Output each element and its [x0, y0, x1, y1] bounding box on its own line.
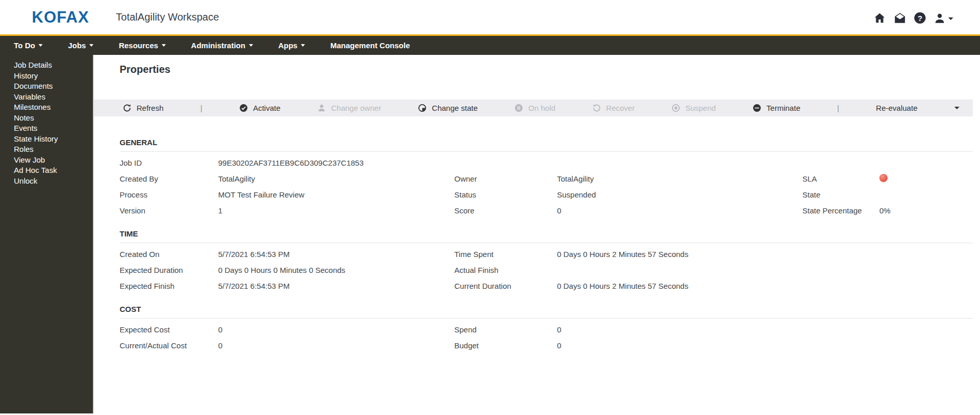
caret-down-icon — [89, 44, 93, 47]
sidebar-item-job-details[interactable]: Job Details — [14, 60, 93, 71]
field-value: 0 Days 0 Hours 2 Minutes 57 Seconds — [557, 278, 802, 294]
section-cost: COST Expected Cost 0 Spend 0 Current/Act… — [120, 305, 973, 353]
field-value — [879, 187, 973, 203]
field-value: 99E30202AF3711EB9C6D309C237C1853 — [218, 155, 454, 171]
app-title: TotalAgility Workspace — [116, 11, 219, 23]
field-value: 0 — [557, 203, 802, 219]
section-heading: GENERAL — [120, 138, 973, 152]
field-value: 0 — [557, 338, 802, 353]
user-icon — [934, 12, 946, 24]
field-value: Suspended — [557, 187, 802, 203]
toolbar-more-caret-icon[interactable] — [954, 107, 959, 109]
general-grid: Job ID 99E30202AF3711EB9C6D309C237C1853 … — [120, 152, 973, 219]
properties-sections: GENERAL Job ID 99E30202AF3711EB9C6D309C2… — [94, 138, 980, 353]
field-label: Process — [120, 187, 218, 203]
field-label: Actual Finish — [454, 262, 557, 278]
sidebar-item-unlock[interactable]: Unlock — [14, 176, 93, 187]
page-title: Properties — [94, 55, 980, 75]
field-label: Created By — [120, 171, 218, 187]
sidebar-item-variables[interactable]: Variables — [14, 92, 93, 103]
sidebar-item-view-job[interactable]: View Job — [14, 155, 93, 166]
field-label: Score — [454, 203, 557, 219]
change-state-button[interactable]: Change state — [418, 104, 477, 112]
field-label: Expected Duration — [120, 262, 218, 278]
suspend-button[interactable]: Suspend — [671, 104, 716, 112]
nav-item-apps[interactable]: Apps — [278, 41, 305, 50]
check-circle-icon — [239, 104, 248, 112]
field-value: 0% — [879, 203, 973, 219]
sidebar-item-roles[interactable]: Roles — [14, 144, 93, 155]
section-general: GENERAL Job ID 99E30202AF3711EB9C6D309C2… — [120, 138, 973, 219]
field-value: TotalAgility — [218, 171, 454, 187]
sidebar: Job Details History Documents Variables … — [0, 55, 94, 413]
home-icon[interactable] — [873, 12, 886, 24]
field-value: TotalAgility — [557, 171, 802, 187]
sidebar-item-history[interactable]: History — [14, 71, 93, 82]
field-label: Time Spent — [454, 246, 557, 262]
field-value: 0 — [218, 322, 454, 338]
field-value: 5/7/2021 6:54:53 PM — [218, 278, 454, 294]
field-value: 0 Days 0 Hours 0 Minutes 0 Seconds — [218, 262, 454, 278]
nav-item-todo[interactable]: To Do — [14, 41, 43, 50]
field-value: 0 — [557, 322, 802, 338]
undo-icon — [592, 104, 601, 112]
header-icons: ? — [873, 0, 953, 36]
help-icon[interactable]: ? — [914, 12, 926, 24]
sidebar-item-ad-hoc-task[interactable]: Ad Hoc Task — [14, 165, 93, 176]
sidebar-item-events[interactable]: Events — [14, 123, 93, 134]
section-time: TIME Created On 5/7/2021 6:54:53 PM Time… — [120, 229, 973, 294]
minus-circle-icon — [753, 104, 761, 112]
field-label: State — [802, 187, 879, 203]
change-owner-button[interactable]: Change owner — [317, 104, 381, 112]
caret-down-icon — [249, 44, 253, 47]
field-value: 0 — [218, 338, 454, 353]
state-circle-icon — [418, 104, 427, 112]
field-value: 1 — [218, 203, 454, 219]
mail-icon[interactable] — [894, 12, 906, 24]
record-circle-icon — [671, 104, 680, 112]
sidebar-item-documents[interactable]: Documents — [14, 81, 93, 92]
sidebar-item-notes[interactable]: Notes — [14, 113, 93, 124]
section-heading: COST — [120, 305, 973, 319]
field-label: Job ID — [120, 155, 218, 171]
sla-value — [879, 171, 973, 187]
nav-item-resources[interactable]: Resources — [119, 41, 166, 50]
kofax-logo: KOFAX — [32, 8, 89, 27]
re-evaluate-button[interactable]: Re-evaluate — [876, 104, 917, 112]
field-value: 5/7/2021 6:54:53 PM — [218, 246, 454, 262]
field-label: Status — [454, 187, 557, 203]
sidebar-item-milestones[interactable]: Milestones — [14, 102, 93, 113]
nav-item-administration[interactable]: Administration — [191, 41, 253, 50]
toolbar-separator: | — [200, 104, 202, 112]
cost-grid: Expected Cost 0 Spend 0 Current/Actual C… — [120, 319, 973, 353]
main-content: Properties Refresh | Activate Change own… — [94, 55, 980, 413]
recover-button[interactable]: Recover — [592, 104, 635, 112]
terminate-button[interactable]: Terminate — [753, 104, 800, 112]
user-menu[interactable] — [934, 12, 953, 24]
field-label: Expected Finish — [120, 278, 218, 294]
field-label: Current Duration — [454, 278, 557, 294]
field-label: Created On — [120, 246, 218, 262]
caret-down-icon — [948, 17, 953, 20]
field-label: Current/Actual Cost — [120, 338, 218, 353]
field-label: Budget — [454, 338, 557, 353]
caret-down-icon — [39, 44, 43, 47]
activate-button[interactable]: Activate — [239, 104, 280, 112]
job-actions-toolbar: Refresh | Activate Change owner Change s… — [94, 100, 973, 116]
toolbar-separator: | — [837, 104, 839, 112]
refresh-button[interactable]: Refresh — [123, 104, 164, 112]
on-hold-button[interactable]: On hold — [514, 104, 555, 112]
field-label: Owner — [454, 171, 557, 187]
nav-item-management-console[interactable]: Management Console — [330, 41, 410, 50]
nav-item-jobs[interactable]: Jobs — [68, 41, 93, 50]
person-icon — [317, 104, 326, 112]
help-glyph: ? — [917, 14, 922, 23]
field-label: Version — [120, 203, 218, 219]
top-header: KOFAX TotalAgility Workspace ? — [0, 0, 980, 36]
field-label: State Percentage — [802, 203, 879, 219]
field-value: MOT Test Failure Review — [218, 187, 454, 203]
main-navbar: To Do Jobs Resources Administration Apps… — [0, 36, 980, 55]
field-value: 0 Days 0 Hours 2 Minutes 57 Seconds — [557, 246, 802, 262]
field-label: Expected Cost — [120, 322, 218, 338]
sidebar-item-state-history[interactable]: State History — [14, 134, 93, 145]
